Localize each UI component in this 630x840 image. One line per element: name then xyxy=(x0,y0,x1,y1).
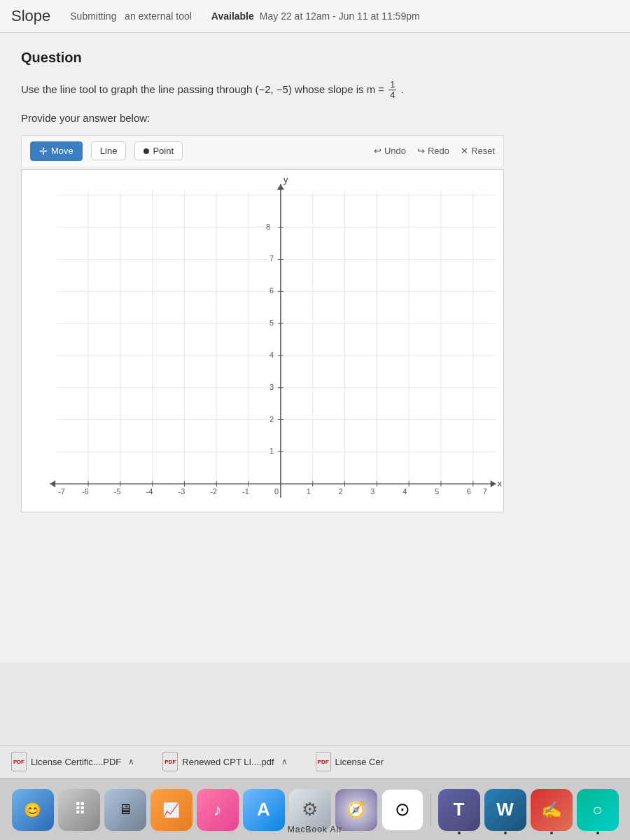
system-prefs-icon: ⚙ xyxy=(302,799,318,820)
pdf-icon-3: PDF xyxy=(316,752,331,771)
pdf-chevron-2[interactable]: ∧ xyxy=(281,757,288,766)
dock-chrome[interactable]: ⊙ xyxy=(382,789,424,831)
svg-text:2: 2 xyxy=(270,414,274,423)
safari-icon: 🧭 xyxy=(346,801,365,819)
redo-arrow-icon: ↪ xyxy=(417,146,425,156)
desktop-icon: 🖥 xyxy=(118,802,132,818)
other-icon: ○ xyxy=(592,800,603,820)
svg-text:3: 3 xyxy=(370,487,374,496)
music-icon: ♪ xyxy=(214,800,222,820)
question-title: Question xyxy=(21,50,609,66)
word-icon: W xyxy=(496,799,514,820)
line-tool-button[interactable]: Line xyxy=(91,141,127,160)
move-icon: ✛ xyxy=(39,146,48,157)
dock-finder[interactable]: 😊 xyxy=(12,789,54,831)
reset-button[interactable]: ✕ Reset xyxy=(461,146,495,156)
point-dot-icon xyxy=(144,148,149,154)
svg-text:1: 1 xyxy=(270,447,274,455)
svg-text:1: 1 xyxy=(307,487,311,496)
svg-text:6: 6 xyxy=(467,487,471,496)
dock-launchpad[interactable]: ⠿ xyxy=(58,789,100,831)
svg-rect-0 xyxy=(22,170,503,512)
svg-text:2: 2 xyxy=(339,487,343,496)
svg-text:7: 7 xyxy=(270,254,274,262)
other-running-dot xyxy=(596,832,599,834)
submitting-label: Submitting an external tool xyxy=(70,10,192,22)
pdf-item-1[interactable]: PDF License Certific....PDF ∧ xyxy=(11,752,134,771)
svg-text:-4: -4 xyxy=(146,487,153,496)
macbook-air-label: MacBook Air xyxy=(288,825,342,834)
svg-text:6: 6 xyxy=(270,286,274,295)
svg-text:-5: -5 xyxy=(114,487,121,496)
sign-running-dot xyxy=(550,832,553,834)
pdf-name-3: License Cer xyxy=(335,757,384,767)
word-running-dot xyxy=(504,832,507,834)
date-range: May 22 at 12am - Jun 11 at 11:59pm xyxy=(260,10,420,22)
svg-text:-7: -7 xyxy=(58,487,65,496)
svg-text:4: 4 xyxy=(402,487,407,496)
page-title: Slope xyxy=(11,7,50,25)
provide-answer-label: Provide your answer below: xyxy=(21,112,609,124)
svg-text:4: 4 xyxy=(270,350,274,358)
svg-text:-6: -6 xyxy=(82,487,89,496)
main-content: Question Use the line tool to graph the … xyxy=(0,33,630,663)
graph-area[interactable]: x y 0 1 2 3 4 5 6 7 -1 -2 -3 -4 -5 -6 -7… xyxy=(21,169,504,512)
svg-text:-1: -1 xyxy=(242,487,249,496)
pdf-item-3[interactable]: PDF License Cer xyxy=(316,752,384,771)
svg-text:5: 5 xyxy=(435,487,439,496)
question-text: Use the line tool to graph the line pass… xyxy=(21,80,609,101)
launchpad-icon: ⠿ xyxy=(74,801,84,819)
dock-fontbook[interactable]: A xyxy=(243,789,285,831)
pdf-name-2: Renewed CPT LI....pdf xyxy=(182,757,274,767)
teams-icon: T xyxy=(454,799,465,820)
pdf-name-1: License Certific....PDF xyxy=(31,757,121,767)
dock-separator xyxy=(430,794,431,826)
graph-toolbar: ✛ Move Line Point ↩ Undo ↪ Redo ✕ Reset xyxy=(21,135,504,167)
activity-monitor-icon: 📈 xyxy=(162,802,180,818)
dock-sign[interactable]: ✍ xyxy=(531,789,573,831)
slope-fraction: 1 4 xyxy=(388,80,396,101)
svg-text:5: 5 xyxy=(270,318,274,327)
dock-teams[interactable]: T xyxy=(438,789,480,831)
top-bar: Slope Submitting an external tool Availa… xyxy=(0,0,630,33)
dock-word[interactable]: W xyxy=(484,789,526,831)
redo-button[interactable]: ↪ Redo xyxy=(417,146,449,156)
svg-text:8: 8 xyxy=(266,222,270,230)
pdf-chevron-1[interactable]: ∧ xyxy=(128,757,134,766)
toolbar-right: ↩ Undo ↪ Redo ✕ Reset xyxy=(374,146,495,156)
fontbook-icon: A xyxy=(257,799,270,820)
move-tool-button[interactable]: ✛ Move xyxy=(30,141,83,161)
dock-desktop[interactable]: 🖥 xyxy=(104,789,146,831)
dock-activity-monitor[interactable]: 📈 xyxy=(150,789,192,831)
pdf-item-2[interactable]: PDF Renewed CPT LI....pdf ∧ xyxy=(162,752,287,771)
point-tool-button[interactable]: Point xyxy=(134,141,183,160)
reset-x-icon: ✕ xyxy=(461,146,468,156)
svg-text:-2: -2 xyxy=(210,487,217,496)
dock-music[interactable]: ♪ xyxy=(197,789,239,831)
teams-running-dot xyxy=(458,832,461,834)
available-label: Available xyxy=(211,10,254,22)
bottom-pdf-bar: PDF License Certific....PDF ∧ PDF Renewe… xyxy=(0,746,630,777)
finder-icon: 😊 xyxy=(24,802,41,818)
chrome-icon: ⊙ xyxy=(395,799,410,820)
pdf-icon-1: PDF xyxy=(11,752,27,771)
dock-other[interactable]: ○ xyxy=(577,789,619,831)
sign-icon: ✍ xyxy=(541,800,562,820)
undo-arrow-icon: ↩ xyxy=(374,146,382,156)
svg-text:0: 0 xyxy=(274,487,279,496)
undo-button[interactable]: ↩ Undo xyxy=(374,146,406,156)
pdf-icon-2: PDF xyxy=(162,752,178,771)
svg-text:7: 7 xyxy=(483,487,487,496)
svg-text:x: x xyxy=(498,478,503,489)
svg-text:3: 3 xyxy=(270,382,274,391)
svg-text:-3: -3 xyxy=(178,487,185,496)
coordinate-graph[interactable]: x y 0 1 2 3 4 5 6 7 -1 -2 -3 -4 -5 -6 -7… xyxy=(22,170,503,512)
svg-text:y: y xyxy=(284,174,288,185)
